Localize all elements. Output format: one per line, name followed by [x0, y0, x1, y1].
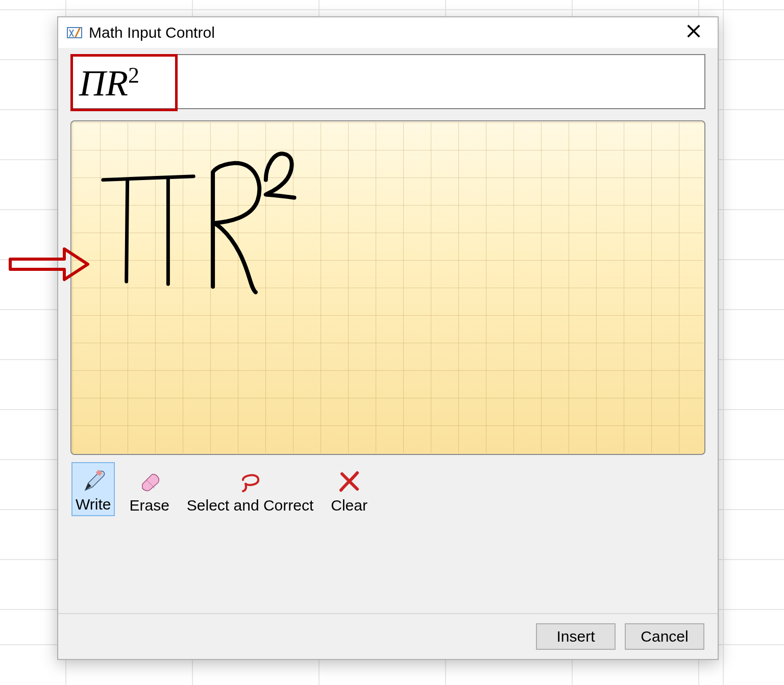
- handwriting-canvas[interactable]: [70, 120, 705, 455]
- annotation-arrow-icon: [8, 244, 90, 285]
- dialog-title: Math Input Control: [89, 24, 680, 41]
- formula-exponent: 2: [128, 63, 139, 88]
- preview-highlight-annotation: ΠR2: [70, 54, 178, 111]
- pen-icon: [80, 466, 107, 494]
- select-correct-tool[interactable]: Select and Correct: [184, 464, 316, 516]
- ink-strokes: [71, 121, 704, 453]
- insert-button[interactable]: Insert: [536, 623, 616, 650]
- recognized-formula: ΠR2: [79, 64, 139, 102]
- titlebar[interactable]: Math Input Control: [58, 17, 718, 48]
- math-input-app-icon: [65, 23, 84, 42]
- select-correct-label: Select and Correct: [187, 497, 313, 514]
- write-label: Write: [76, 496, 111, 513]
- cancel-button[interactable]: Cancel: [625, 623, 704, 650]
- toolbar: Write Erase Select and Correct: [70, 462, 705, 516]
- erase-tool[interactable]: Erase: [126, 464, 172, 516]
- dialog-content: ΠR2: [58, 48, 718, 516]
- close-icon: [685, 22, 702, 40]
- erase-label: Erase: [129, 497, 169, 514]
- eraser-icon: [136, 467, 163, 495]
- preview-box: ΠR2: [70, 54, 705, 109]
- lasso-icon: [236, 467, 264, 495]
- clear-x-icon: [335, 467, 363, 495]
- clear-tool[interactable]: Clear: [328, 464, 371, 516]
- insert-label: Insert: [556, 628, 595, 645]
- cancel-label: Cancel: [641, 628, 688, 645]
- close-button[interactable]: [680, 20, 707, 45]
- dialog-footer: Insert Cancel: [58, 613, 718, 659]
- clear-label: Clear: [331, 497, 368, 514]
- formula-base: ΠR: [79, 63, 128, 104]
- write-tool[interactable]: Write: [71, 462, 115, 516]
- math-input-dialog: Math Input Control ΠR2: [57, 16, 719, 660]
